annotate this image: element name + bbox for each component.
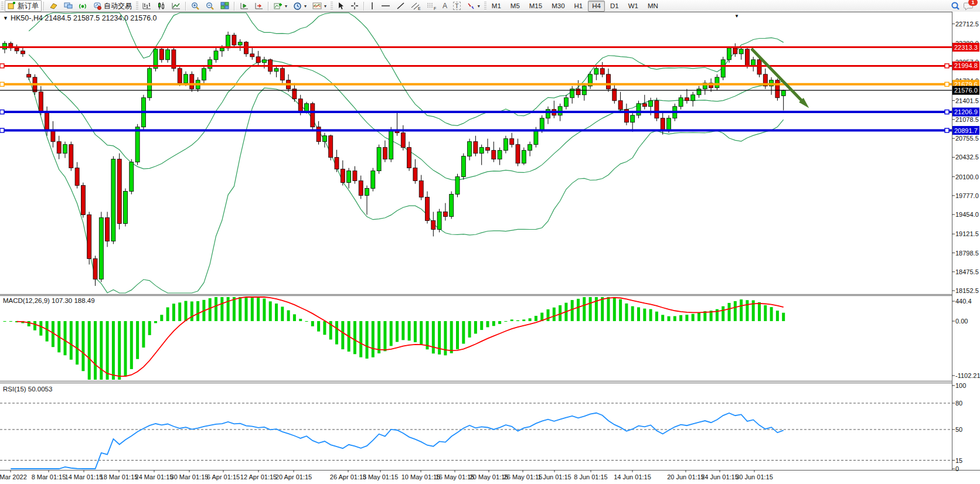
time-tick-label[interactable]: 14 Mar 01:15 bbox=[65, 473, 103, 480]
symbol-dropdown-icon[interactable]: ▼ bbox=[3, 15, 8, 21]
line-handle[interactable] bbox=[0, 82, 4, 86]
candlestick-button[interactable] bbox=[154, 0, 169, 12]
line-handle[interactable] bbox=[945, 110, 949, 114]
price-tag-21576.0: 21576.0 bbox=[952, 86, 979, 95]
clock-icon bbox=[293, 2, 302, 11]
candle-down bbox=[775, 80, 780, 98]
time-tick-label[interactable]: 26 Apr 01:15 bbox=[330, 473, 366, 480]
timeframe-button-m5[interactable]: M5 bbox=[506, 1, 524, 12]
equidistant-channel-button[interactable]: E bbox=[408, 0, 424, 12]
macd-histogram-bar bbox=[697, 313, 700, 321]
timeframe-button-m15[interactable]: M15 bbox=[525, 1, 546, 12]
chart-area[interactable]: ▼22712.522380.022057.021734.021401.52107… bbox=[0, 12, 980, 484]
bar-chart-button[interactable] bbox=[139, 0, 154, 12]
time-tick-label[interactable]: 12 Apr 01:15 bbox=[240, 473, 277, 480]
macd-histogram-bar bbox=[9, 321, 12, 322]
search-icon[interactable] bbox=[951, 1, 960, 11]
candle-up bbox=[461, 156, 465, 177]
autotrading-label: 自动交易 bbox=[104, 1, 132, 11]
line-handle[interactable] bbox=[945, 128, 949, 132]
macd-histogram-bar bbox=[535, 316, 537, 321]
timeframe-button-m1[interactable]: M1 bbox=[488, 1, 505, 12]
trendline-button[interactable] bbox=[393, 0, 408, 12]
macd-histogram-bar bbox=[341, 321, 344, 349]
candle-up bbox=[220, 48, 224, 51]
chevron-down-icon: ▾ bbox=[285, 4, 287, 9]
market-depth-button[interactable] bbox=[46, 0, 61, 12]
auto-scroll-button[interactable] bbox=[237, 0, 251, 12]
timeframe-button-h4[interactable]: H4 bbox=[588, 1, 605, 12]
tile-windows-button[interactable] bbox=[217, 0, 232, 12]
macd-histogram-bar bbox=[88, 321, 91, 380]
indicators-button[interactable]: ▾ bbox=[271, 0, 290, 12]
cursor-button[interactable] bbox=[334, 0, 348, 12]
notifications-icon[interactable]: 1 bbox=[964, 1, 974, 11]
toolbar-grip bbox=[484, 2, 486, 10]
market-watch-button[interactable] bbox=[61, 0, 76, 12]
candle-down bbox=[69, 145, 73, 168]
time-tick-label[interactable]: 20 Jun 01:15 bbox=[667, 473, 705, 480]
candle-up bbox=[594, 69, 598, 74]
horizontal-line-button[interactable] bbox=[378, 0, 393, 12]
time-tick-label[interactable]: 8 Jun 01:15 bbox=[574, 473, 608, 480]
timeframe-button-h1[interactable]: H1 bbox=[570, 1, 587, 12]
line-handle[interactable] bbox=[0, 110, 4, 114]
vertical-line-button[interactable] bbox=[366, 0, 378, 12]
text-label-button[interactable]: T bbox=[450, 0, 464, 12]
time-tick-label[interactable]: 3 May 01:15 bbox=[363, 473, 399, 480]
macd-histogram-bar bbox=[655, 312, 658, 321]
candle-up bbox=[739, 49, 743, 54]
timeframe-button-mn[interactable]: MN bbox=[644, 1, 662, 12]
timeframe-button-m30[interactable]: M30 bbox=[547, 1, 569, 12]
candle-up bbox=[479, 148, 484, 154]
candle-down bbox=[81, 186, 85, 215]
candle-down bbox=[27, 74, 31, 77]
zoom-out-button[interactable] bbox=[203, 0, 217, 12]
arrows-button[interactable]: ▾ bbox=[464, 0, 483, 12]
line-handle[interactable] bbox=[0, 128, 4, 132]
time-tick-label[interactable]: 2 Mar 2022 bbox=[0, 473, 27, 480]
time-tick-label[interactable]: 24 Jun 01:15 bbox=[701, 473, 739, 480]
channel-icon: E bbox=[411, 2, 421, 11]
zoom-in-button[interactable] bbox=[188, 0, 203, 12]
candle-down bbox=[75, 168, 79, 186]
timeframe-toolbar: M1M5M15M30H1H4D1W1MN bbox=[488, 1, 662, 12]
time-tick-label[interactable]: 24 Mar 01:15 bbox=[135, 473, 173, 480]
line-handle[interactable] bbox=[945, 64, 949, 68]
line-chart-button[interactable] bbox=[169, 0, 183, 12]
time-tick-label[interactable]: 16 May 01:15 bbox=[435, 473, 475, 480]
price-tag-21206.9: 21206.9 bbox=[952, 108, 979, 117]
candle-down bbox=[256, 57, 260, 63]
timeframe-button-w1[interactable]: W1 bbox=[624, 1, 642, 12]
candle-up bbox=[503, 139, 508, 151]
time-tick-label[interactable]: 6 Apr 01:15 bbox=[207, 473, 240, 480]
crosshair-button[interactable] bbox=[348, 0, 362, 12]
time-tick-label[interactable]: 30 Mar 01:15 bbox=[171, 473, 209, 480]
timeframe-button-d1[interactable]: D1 bbox=[606, 1, 623, 12]
text-icon: A bbox=[443, 2, 447, 10]
time-tick-label[interactable]: 18 Mar 01:15 bbox=[100, 473, 138, 480]
templates-button[interactable]: ▾ bbox=[309, 0, 329, 12]
new-order-button[interactable]: 新订单 bbox=[5, 0, 42, 12]
macd-histogram-bar bbox=[408, 321, 411, 340]
fibonacci-button[interactable]: F bbox=[424, 0, 440, 12]
time-tick-label[interactable]: 14 Jun 01:15 bbox=[614, 473, 651, 480]
line-handle[interactable] bbox=[0, 64, 4, 68]
periods-button[interactable]: ▾ bbox=[290, 0, 309, 12]
time-tick-label[interactable]: 20 Apr 01:15 bbox=[275, 473, 312, 480]
chart-shift-button[interactable] bbox=[251, 0, 266, 12]
macd-histogram-bar bbox=[649, 309, 652, 321]
time-tick-label[interactable]: 30 Jun 01:15 bbox=[736, 473, 773, 480]
signals-button[interactable] bbox=[76, 0, 90, 12]
time-tick-label[interactable]: 8 Mar 01:15 bbox=[32, 473, 66, 480]
line-handle[interactable] bbox=[945, 82, 949, 86]
autotrading-button[interactable]: 自动交易 bbox=[90, 0, 135, 12]
macd-axis-label: 0.00 bbox=[955, 318, 968, 325]
time-tick-label[interactable]: 26 May 01:15 bbox=[503, 473, 543, 480]
macd-histogram-bar bbox=[511, 319, 513, 321]
time-tick-label[interactable]: 1 Jun 01:15 bbox=[537, 473, 571, 480]
time-tick-label[interactable]: 20 May 01:15 bbox=[469, 473, 509, 480]
macd-histogram-bar bbox=[661, 315, 664, 321]
text-button[interactable]: A bbox=[440, 0, 450, 12]
time-tick-label[interactable]: 10 May 01:15 bbox=[401, 473, 441, 480]
